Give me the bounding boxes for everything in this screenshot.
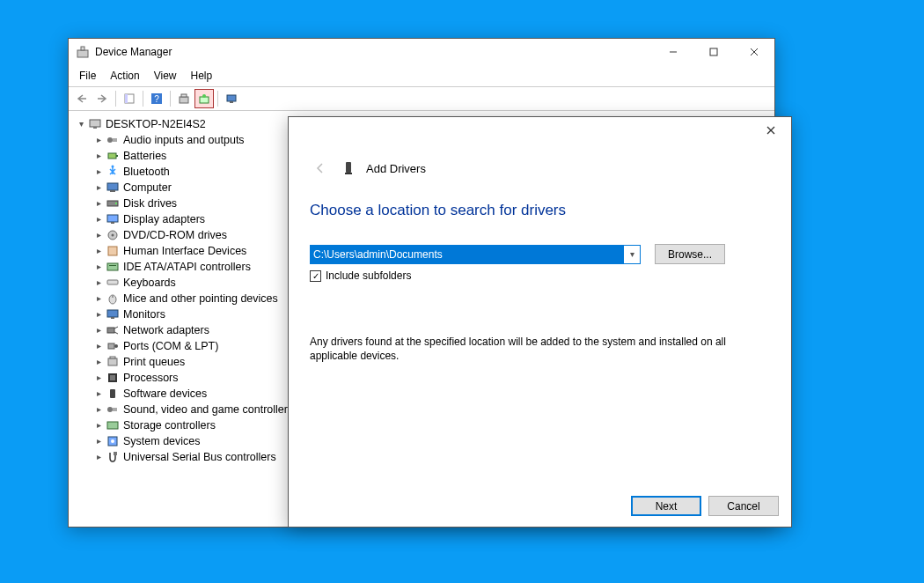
scan-icon[interactable] — [174, 89, 194, 108]
caret-right-icon[interactable]: ▸ — [93, 135, 104, 145]
monitor-icon[interactable] — [222, 89, 241, 108]
tree-category-label: Network adapters — [123, 322, 209, 338]
svg-rect-24 — [110, 190, 115, 192]
svg-rect-16 — [90, 120, 100, 127]
category-icon — [106, 387, 120, 401]
separator — [217, 91, 218, 107]
cancel-button[interactable]: Cancel — [708, 496, 779, 516]
add-driver-icon[interactable] — [194, 89, 214, 108]
svg-rect-32 — [107, 263, 118, 270]
category-icon — [106, 181, 120, 195]
svg-rect-3 — [710, 48, 717, 55]
caret-right-icon[interactable]: ▸ — [93, 388, 104, 399]
caret-right-icon[interactable]: ▸ — [93, 341, 104, 351]
dialog-close-button[interactable] — [751, 117, 791, 144]
category-icon — [106, 402, 120, 417]
caret-right-icon[interactable]: ▸ — [93, 404, 104, 415]
svg-rect-39 — [107, 328, 114, 333]
computer-icon — [88, 117, 102, 131]
caret-right-icon[interactable]: ▸ — [93, 198, 104, 209]
svg-rect-0 — [77, 50, 88, 57]
tree-category-label: Computer — [123, 180, 172, 196]
caret-right-icon[interactable]: ▸ — [93, 230, 104, 240]
svg-rect-48 — [113, 408, 117, 411]
category-icon — [106, 355, 120, 369]
tree-category-label: Universal Serial Bus controllers — [123, 449, 276, 465]
menu-action[interactable]: Action — [103, 67, 146, 85]
category-icon — [106, 149, 120, 163]
titlebar[interactable]: Device Manager — [69, 39, 774, 65]
svg-rect-28 — [111, 222, 114, 224]
category-icon — [106, 165, 120, 179]
caret-right-icon[interactable]: ▸ — [93, 166, 104, 177]
include-subfolders-checkbox[interactable]: ✓ — [310, 270, 321, 282]
tree-category-label: Audio inputs and outputs — [123, 132, 245, 148]
caret-right-icon[interactable]: ▸ — [93, 182, 104, 193]
svg-rect-33 — [109, 265, 116, 266]
category-icon — [106, 292, 120, 306]
caret-right-icon[interactable]: ▸ — [93, 325, 104, 336]
svg-point-13 — [202, 94, 206, 98]
category-icon — [106, 307, 120, 321]
caret-right-icon[interactable]: ▸ — [93, 420, 104, 431]
caret-right-icon[interactable]: ▸ — [93, 277, 104, 288]
next-button[interactable]: Next — [631, 496, 701, 516]
category-icon — [106, 434, 120, 448]
caret-right-icon[interactable]: ▸ — [93, 373, 104, 383]
path-input[interactable]: C:\Users\admin\Documents — [311, 246, 624, 263]
svg-rect-56 — [345, 173, 352, 174]
caret-right-icon[interactable]: ▸ — [93, 262, 104, 272]
caret-down-icon[interactable]: ▾ — [76, 119, 86, 129]
info-text: Any drivers found at the specified locat… — [310, 335, 732, 363]
close-button[interactable] — [734, 39, 774, 65]
back-icon[interactable] — [72, 89, 92, 108]
caret-right-icon[interactable]: ▸ — [93, 309, 104, 320]
tree-category-label: Keyboards — [123, 275, 176, 291]
maximize-button[interactable] — [693, 39, 734, 65]
caret-right-icon[interactable]: ▸ — [93, 357, 104, 367]
caret-right-icon[interactable]: ▸ — [93, 246, 104, 256]
svg-rect-1 — [81, 47, 84, 50]
caret-right-icon[interactable]: ▸ — [93, 214, 104, 225]
dropdown-icon[interactable]: ▾ — [624, 246, 640, 263]
category-icon — [106, 339, 120, 353]
minimize-button[interactable] — [653, 39, 693, 65]
svg-rect-7 — [125, 94, 128, 103]
tree-category-label: Disk drives — [123, 196, 177, 211]
tree-category-label: Storage controllers — [123, 417, 216, 433]
svg-rect-46 — [110, 389, 115, 398]
svg-point-26 — [115, 203, 117, 204]
svg-rect-43 — [110, 357, 115, 358]
browse-button[interactable]: Browse... — [655, 244, 725, 264]
category-icon — [106, 418, 120, 432]
svg-rect-31 — [108, 247, 117, 255]
svg-point-30 — [112, 234, 114, 237]
caret-right-icon[interactable]: ▸ — [93, 151, 104, 161]
show-hide-tree-icon[interactable] — [120, 89, 139, 108]
svg-rect-19 — [113, 138, 117, 142]
tree-category-label: Bluetooth — [123, 164, 170, 180]
tree-category-label: Monitors — [123, 306, 165, 322]
svg-rect-37 — [107, 310, 118, 317]
dialog-title: Add Drivers — [366, 162, 426, 175]
forward-icon[interactable] — [92, 89, 112, 108]
path-combobox[interactable]: C:\Users\admin\Documents ▾ — [310, 245, 641, 264]
caret-right-icon[interactable]: ▸ — [93, 436, 104, 446]
tree-category-label: Display adapters — [123, 211, 205, 227]
help-icon[interactable]: ? — [147, 89, 166, 108]
menu-file[interactable]: File — [72, 67, 103, 85]
caret-right-icon[interactable]: ▸ — [93, 293, 104, 304]
tree-category-label: System devices — [123, 433, 201, 449]
svg-point-47 — [107, 407, 113, 412]
svg-point-18 — [107, 137, 113, 143]
dialog-back-icon[interactable] — [310, 158, 331, 179]
svg-rect-27 — [107, 215, 118, 222]
svg-point-22 — [112, 166, 114, 168]
tree-category-label: Processors — [123, 370, 179, 386]
menu-help[interactable]: Help — [184, 67, 220, 85]
category-icon — [106, 212, 120, 226]
caret-right-icon[interactable]: ▸ — [93, 452, 104, 462]
tree-category-label: Sound, video and game controllers — [123, 402, 293, 417]
category-icon — [106, 133, 120, 147]
menu-view[interactable]: View — [147, 67, 184, 85]
